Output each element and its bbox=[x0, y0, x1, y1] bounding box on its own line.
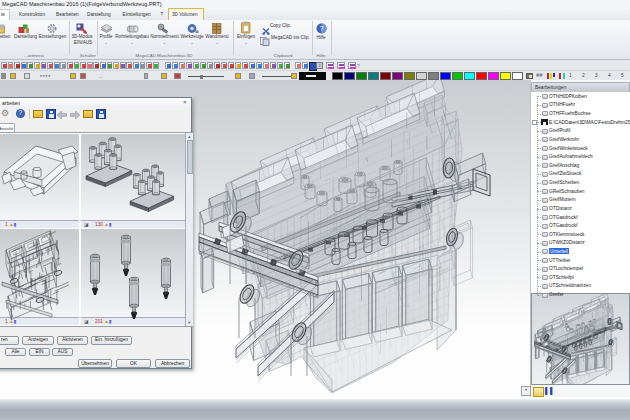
svg-text:?: ? bbox=[319, 24, 323, 33]
